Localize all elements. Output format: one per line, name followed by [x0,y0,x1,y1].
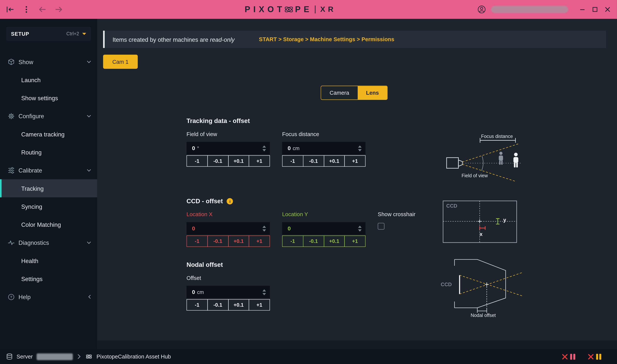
asset-hub-label[interactable]: PixotopeCalibration Asset Hub [96,353,171,360]
setup-mode-select[interactable]: SETUP Ctrl+2 [6,27,91,41]
stepper-up-icon[interactable] [262,225,266,228]
step-button[interactable]: -0.1 [207,299,228,311]
close-button[interactable] [604,5,612,13]
field-of-view-label: Field of view [187,131,270,138]
minimize-button[interactable] [578,5,586,13]
stepper-down-icon[interactable] [358,229,362,231]
step-button[interactable]: +1 [249,299,270,311]
window-body: SETUP Ctrl+2 Show Laun [0,19,617,349]
nodal-offset-input[interactable]: 0 cm [187,286,270,298]
stepper [262,225,266,231]
sidebar-item-syncing[interactable]: Syncing [0,197,97,215]
sidebar: SETUP Ctrl+2 Show Laun [0,19,97,349]
stepper-down-icon[interactable] [262,149,266,151]
cam1-tab[interactable]: Cam 1 [103,55,138,69]
logo-text-right: PE [295,5,312,14]
main-content: Items created by other machines are read… [97,19,617,349]
step-button[interactable]: -1 [282,235,303,247]
stepper-up-icon[interactable] [358,145,362,147]
sidebar-item-routing[interactable]: Routing [0,143,97,161]
stepper-down-icon[interactable] [358,149,362,151]
sidebar-item-configure[interactable]: Configure [0,107,97,125]
product-name: XR [320,5,336,14]
step-button[interactable]: -0.1 [303,235,324,247]
sidebar-item-diagnostics[interactable]: Diagnostics [0,234,97,251]
maximize-button[interactable] [591,5,599,13]
step-button[interactable]: -1 [282,155,303,167]
step-button[interactable]: +0.1 [324,155,345,167]
show-crosshair-label: Show crosshair [378,211,425,218]
statusbar: Server PixotopeCalibration Asset Hub [0,349,617,364]
focus-distance-diagram-label: Focus distance [470,134,524,139]
server-icon [6,353,13,360]
person-gray-icon [499,152,503,165]
sidebar-item-tracking[interactable]: Tracking [0,179,97,197]
user-account-icon[interactable] [477,5,486,14]
step-button[interactable]: +0.1 [228,155,249,167]
stepper [358,145,362,151]
step-button[interactable]: +0.1 [228,235,249,247]
step-button[interactable]: -1 [187,155,208,167]
nodal-offset-fields: Offset 0 cm -1 -0.1 +0.1 [187,275,462,311]
step-button[interactable]: +1 [249,235,270,247]
focus-fov-illustration [443,134,541,185]
step-button[interactable]: +0.1 [228,299,249,311]
sidebar-item-camera-tracking[interactable]: Camera tracking [0,125,97,143]
focus-distance-input[interactable]: 0 cm [282,142,366,155]
step-button[interactable]: +1 [344,155,366,167]
step-button[interactable]: -0.1 [207,155,228,167]
step-button[interactable]: +0.1 [324,235,345,247]
kebab-menu-icon[interactable] [22,5,31,14]
logo-text-left: PIXOT [245,5,285,14]
stepper [262,145,266,151]
ccd-diagram: CCD y x [443,200,520,245]
step-button[interactable]: +1 [249,155,270,167]
location-x-input[interactable]: 0 [187,222,270,234]
tracking-offset-fields: Field of view 0 ° -1 -0.1 + [187,131,462,167]
ccd-diagram-title: CCD [446,203,457,209]
field-of-view-input[interactable]: 0 ° [187,142,270,155]
stepper-up-icon[interactable] [262,145,266,147]
step-button[interactable]: -1 [187,299,208,311]
sliders-icon [8,167,14,173]
back-icon[interactable] [38,5,47,14]
x-axis-label: x [480,231,482,237]
stepper-down-icon[interactable] [262,293,266,295]
collapse-sidebar-icon[interactable] [5,5,15,14]
step-button[interactable]: +1 [344,235,366,247]
readonly-banner: Items created by other machines are read… [103,31,606,48]
sidebar-item-calibrate[interactable]: Calibrate [0,161,97,179]
setup-shortcut: Ctrl+2 [66,31,79,37]
sidebar-item-launch[interactable]: Launch [0,71,97,89]
breadcrumb[interactable]: START > Storage > Machine Settings > Per… [259,36,394,42]
tracking-offset-heading: Tracking data - offset [187,117,462,125]
svg-text:?: ? [10,295,12,299]
info-icon[interactable]: i [227,198,233,204]
step-button[interactable]: -1 [187,235,208,247]
tab-lens[interactable]: Lens [358,86,387,99]
sidebar-item-diagnostics-settings[interactable]: Settings [0,270,97,288]
forward-icon[interactable] [54,5,63,14]
sidebar-item-show[interactable]: Show [0,53,97,71]
field-of-view-diagram-label: Field of view [462,173,488,178]
show-crosshair-checkbox[interactable] [378,223,384,229]
step-button[interactable]: -0.1 [207,235,228,247]
stepper-down-icon[interactable] [262,229,266,231]
nodal-offset-diagram-label: Nodal offset [456,312,511,318]
redacted-server-name [37,353,73,360]
app-window: PIXOT PE XR [0,0,617,364]
y-axis-label: y [503,217,506,223]
location-y-input[interactable]: 0 [282,222,366,234]
location-x-steps: -1 -0.1 +0.1 +1 [187,235,270,247]
sidebar-item-show-settings[interactable]: Show settings [0,89,97,107]
sidebar-item-help[interactable]: ? Help [0,288,97,306]
stepper-up-icon[interactable] [262,289,266,291]
tab-camera[interactable]: Camera [321,86,358,99]
sidebar-item-health[interactable]: Health [0,252,97,270]
step-button[interactable]: -0.1 [303,155,324,167]
ccd-offset-heading: CCD - offset i [187,197,462,205]
stepper-up-icon[interactable] [358,225,362,228]
show-crosshair-group: Show crosshair [378,211,425,247]
chevron-right-icon [78,354,81,359]
sidebar-item-color-matching[interactable]: Color Matching [0,215,97,234]
